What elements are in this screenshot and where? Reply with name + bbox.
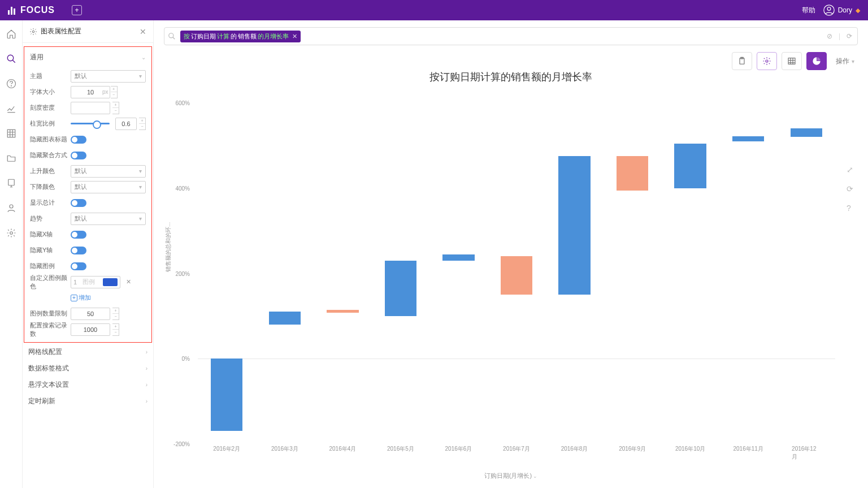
bar[interactable] [211, 359, 242, 431]
gear-icon [29, 28, 37, 36]
fontsize-input[interactable] [71, 86, 110, 98]
x-axis-label[interactable]: 订购日期(月增长)⌄ [164, 472, 858, 480]
search-limit-input[interactable] [71, 323, 110, 336]
x-tick: 2016年5月 [387, 445, 414, 453]
bar[interactable] [791, 128, 822, 137]
bar[interactable] [501, 256, 532, 295]
section-general[interactable]: 通用 ⌄ [24, 49, 151, 66]
lab-searchlim: 配置搜索记录数 [30, 321, 71, 338]
nav-user-icon[interactable] [6, 202, 17, 214]
bar[interactable] [617, 156, 648, 190]
nav-chart-icon[interactable] [6, 103, 17, 114]
x-tick: 2016年9月 [619, 445, 646, 453]
lab-total: 显示总计 [30, 198, 71, 207]
nav-home-icon[interactable] [6, 28, 17, 40]
legend-color-input[interactable]: 图例 [71, 276, 120, 288]
nav-grid-icon[interactable] [6, 128, 17, 139]
nav-help-icon[interactable] [6, 78, 17, 89]
toggle-total[interactable] [71, 199, 86, 207]
x-tick: 2016年12月 [792, 445, 821, 461]
toggle-hide-agg[interactable] [71, 152, 86, 159]
expand-icon[interactable]: ⤢ [847, 165, 853, 174]
upcolor-select[interactable]: 默认 [71, 165, 146, 178]
top-bar: FOCUS + 帮助 Dory ◆ [0, 0, 868, 20]
x-tick: 2016年4月 [329, 445, 356, 453]
svg-rect-13 [788, 58, 795, 64]
y-tick: 200% [175, 270, 190, 277]
nav-folder-icon[interactable] [6, 153, 17, 164]
barratio-input[interactable] [115, 118, 137, 130]
section-refresh[interactable]: 定时刷新› [23, 393, 153, 409]
fontsize-spin[interactable]: +− [111, 86, 118, 98]
bar[interactable] [269, 312, 301, 325]
barratio-spin[interactable]: +− [139, 118, 146, 130]
main-area: 按订购日期计算的销售额的月增长率 ✕ ⊘ | ⟳ 操作▾ 按订购日期计算的销售额… [154, 20, 868, 488]
tick-input[interactable] [71, 102, 110, 114]
config-panel: 图表属性配置 ✕ 通用 ⌄ 主题 默认 字体大小 px+− 刻度密度 +− 柱宽… [23, 20, 154, 488]
y-tick: 400% [175, 185, 190, 191]
table-button[interactable] [782, 52, 802, 70]
x-tick: 2016年11月 [733, 445, 763, 453]
reload-icon[interactable]: ⟳ [847, 184, 853, 193]
bar[interactable] [674, 144, 706, 188]
avatar-icon [823, 5, 835, 16]
close-icon[interactable]: ✕ [140, 27, 146, 36]
info-icon[interactable]: ? [847, 204, 853, 213]
config-button[interactable] [757, 52, 777, 70]
tick-spin[interactable]: +− [112, 102, 119, 114]
remove-legend-icon[interactable]: ✕ [126, 278, 131, 286]
query-chip[interactable]: 按订购日期计算的销售额的月增长率 ✕ [180, 31, 301, 42]
barratio-slider[interactable] [71, 123, 110, 124]
nav-settings-icon[interactable] [6, 227, 17, 239]
logo-icon [8, 6, 17, 15]
bar[interactable] [732, 136, 764, 141]
x-tick: 2016年6月 [445, 445, 472, 453]
x-tick: 2016年7月 [503, 445, 530, 453]
user-menu[interactable]: Dory ◆ [823, 5, 860, 16]
y-tick: 0% [182, 356, 190, 362]
chevron-right-icon: › [146, 398, 147, 404]
leglim-spin[interactable]: +− [112, 308, 119, 320]
toggle-hide-y[interactable] [71, 247, 86, 254]
toggle-hide-legend[interactable] [71, 262, 86, 270]
toggle-hide-x[interactable] [71, 231, 86, 239]
x-tick: 2016年10月 [675, 445, 705, 453]
bar[interactable] [327, 310, 358, 313]
nav-db-icon[interactable] [6, 178, 17, 189]
trend-select[interactable]: 默认 [71, 213, 146, 225]
clipboard-button[interactable] [732, 52, 752, 70]
clear-icon[interactable]: ⊘ [825, 32, 834, 40]
chart-type-button[interactable] [806, 52, 827, 70]
svg-point-8 [10, 232, 12, 235]
searchlim-spin[interactable]: +− [112, 323, 119, 336]
toggle-hide-title[interactable] [71, 136, 86, 144]
section-datalabel[interactable]: 数据标签格式› [23, 360, 153, 377]
section-grid[interactable]: 网格线配置› [23, 344, 153, 360]
nav-search-icon[interactable] [6, 53, 17, 64]
help-link[interactable]: 帮助 [802, 6, 815, 15]
lab-hideleg: 隐藏图例 [30, 262, 71, 270]
svg-point-10 [169, 33, 173, 38]
legend-swatch[interactable] [103, 278, 118, 286]
bar[interactable] [442, 254, 474, 261]
bar[interactable] [558, 156, 590, 295]
search-bar[interactable]: 按订购日期计算的销售额的月增长率 ✕ ⊘ | ⟳ [164, 27, 858, 45]
panel-title: 图表属性配置 [41, 27, 81, 36]
svg-rect-6 [8, 179, 14, 185]
refresh-icon[interactable]: ⟳ [845, 32, 854, 40]
add-legend-button[interactable]: +增加 [71, 293, 91, 302]
legend-limit-input[interactable] [71, 308, 110, 320]
chart-toolbar: 操作▾ [164, 52, 858, 70]
ops-menu[interactable]: 操作▾ [836, 57, 854, 66]
chip-remove-icon[interactable]: ✕ [292, 33, 297, 40]
x-tick: 2016年8月 [561, 445, 588, 453]
downcolor-select[interactable]: 默认 [71, 181, 146, 193]
chart: 600%400%200%0%-200% 销售额的总和的环... 2016年2月2… [164, 86, 858, 483]
chevron-right-icon: › [146, 365, 147, 372]
lab-barratio: 柱宽比例 [30, 119, 71, 128]
new-tab-button[interactable]: + [72, 5, 82, 15]
bar[interactable] [385, 261, 416, 316]
svg-point-12 [766, 60, 768, 62]
section-tooltip[interactable]: 悬浮文本设置› [23, 377, 153, 393]
theme-select[interactable]: 默认 [71, 70, 146, 83]
